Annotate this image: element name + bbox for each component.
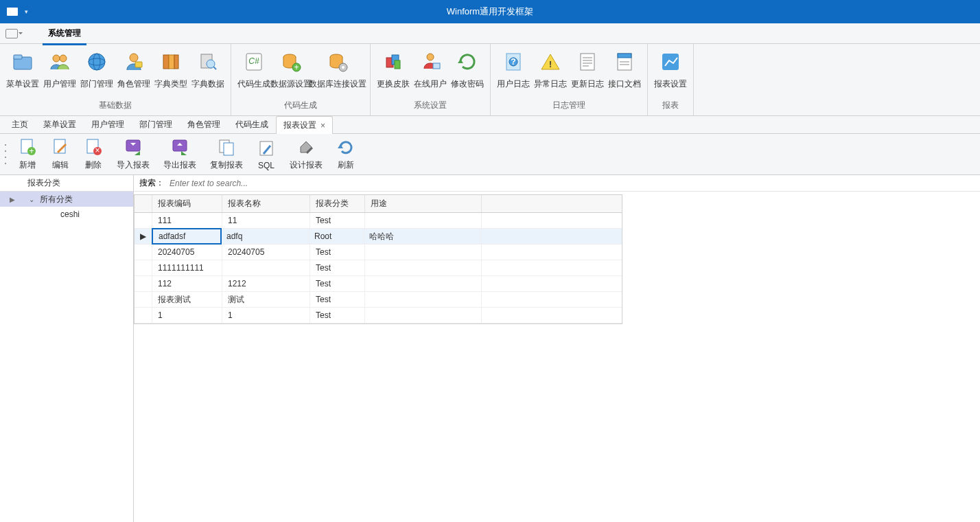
tab-report-setting[interactable]: 报表设置 × xyxy=(276,116,333,134)
tab-codegen[interactable]: 代码生成 xyxy=(228,115,276,133)
tool-export[interactable]: 导出报表 xyxy=(156,136,203,172)
ribbon-btn-update-log[interactable]: 更新日志 xyxy=(569,47,606,98)
document-tabs: 主页 菜单设置 用户管理 部门管理 角色管理 代码生成 报表设置 × xyxy=(0,116,980,134)
chart-line-icon xyxy=(660,51,681,73)
row-indicator xyxy=(135,276,152,291)
label: 更新日志 xyxy=(571,78,604,90)
cell-code: 报表测试 xyxy=(152,292,222,307)
tab-menu-setting[interactable]: 菜单设置 xyxy=(36,115,84,133)
ribbon-btn-dept-manage[interactable]: 部门管理 xyxy=(78,47,115,98)
ribbon-btn-datasource[interactable]: + 数据源设置 xyxy=(272,47,310,98)
ribbon-btn-codegen[interactable]: C# 代码生成 xyxy=(235,47,272,98)
tool-import[interactable]: 导入报表 xyxy=(110,136,156,172)
group-title: 系统设置 xyxy=(375,98,486,114)
tab-user-manage[interactable]: 用户管理 xyxy=(84,115,132,133)
ribbon-btn-error-log[interactable]: ! 异常日志 xyxy=(532,47,569,98)
tool-sql[interactable]: SQL xyxy=(250,137,283,172)
col-use[interactable]: 用途 xyxy=(365,195,482,212)
ribbon-btn-change-pwd[interactable]: 修改密码 xyxy=(449,47,486,98)
svg-marker-64 xyxy=(338,144,343,148)
svg-rect-9 xyxy=(163,55,169,69)
tool-copy[interactable]: 复制报表 xyxy=(203,136,250,172)
tool-edit[interactable]: 编辑 xyxy=(44,136,77,172)
svg-rect-25 xyxy=(395,60,400,69)
table-row[interactable]: 1121212Test xyxy=(135,276,622,292)
sidebar-header: 报表分类 xyxy=(0,175,133,192)
col-code[interactable]: 报表编码 xyxy=(152,195,222,212)
tool-design[interactable]: 设计报表 xyxy=(283,136,329,172)
ribbon-btn-user-log[interactable]: ? 用户日志 xyxy=(495,47,532,98)
ribbon-btn-user-manage[interactable]: 用户管理 xyxy=(41,47,78,98)
label: 用户管理 xyxy=(43,78,76,90)
table-row[interactable]: 11111Test xyxy=(135,213,622,229)
cell-use xyxy=(365,276,482,291)
ribbon-btn-api-doc[interactable]: 接口文档 xyxy=(606,47,643,98)
table-row[interactable]: 1111111111Test xyxy=(135,260,622,276)
svg-text:+: + xyxy=(29,146,34,156)
ribbon-btn-report-setting[interactable]: 报表设置 xyxy=(652,47,689,98)
ribbon-btn-dbconn[interactable]: 数据库连接设置 xyxy=(310,47,366,98)
col-name[interactable]: 报表名称 xyxy=(222,195,310,212)
ribbon-btn-role-manage[interactable]: 角色管理 xyxy=(115,47,152,98)
svg-marker-57 xyxy=(181,151,187,155)
cell-use xyxy=(365,292,482,307)
search-input[interactable] xyxy=(170,179,980,188)
cell-code: 112 xyxy=(152,276,222,291)
tool-refresh[interactable]: 刷新 xyxy=(329,136,362,172)
ribbon-group-codegen: C# 代码生成 + 数据源设置 数据库连接设置 代码生成 xyxy=(231,44,371,115)
cell-cat: Test xyxy=(310,260,365,275)
cell-name: 1 xyxy=(222,308,310,323)
group-title: 基础数据 xyxy=(4,98,226,114)
file-menu-icon[interactable] xyxy=(5,29,18,38)
label: 角色管理 xyxy=(117,78,150,90)
ribbon-btn-online-user[interactable]: 在线用户 xyxy=(412,47,449,98)
ribbon-btn-dict-type[interactable]: 字典类型 xyxy=(152,47,189,98)
tree-root[interactable]: ▶ ⌄ 所有分类 xyxy=(0,192,133,207)
table-row[interactable]: 11Test xyxy=(135,308,622,324)
chevron-down-icon[interactable]: ⌄ xyxy=(29,196,37,203)
table-row[interactable]: ▶adfadsfadfqRoot哈哈哈 xyxy=(135,229,622,245)
ribbon-btn-dict-data[interactable]: 字典数据 xyxy=(189,47,226,98)
svg-text:?: ? xyxy=(511,57,515,67)
tab-home[interactable]: 主页 xyxy=(4,115,36,133)
ribbon-btn-skin[interactable]: 更换皮肤 xyxy=(375,47,412,98)
svg-point-4 xyxy=(89,54,105,70)
cell-name: 1212 xyxy=(222,276,310,291)
table-row[interactable]: 报表测试测试Test xyxy=(135,292,622,308)
tree-child[interactable]: ceshi xyxy=(0,207,133,222)
book-search-icon xyxy=(197,51,219,73)
qat-dropdown-icon[interactable]: ▾ xyxy=(25,8,28,15)
ribbon-group-basic-data: 菜单设置 用户管理 部门管理 角色管理 字典类型 字典数据 xyxy=(0,44,231,115)
cell-name: adfq xyxy=(221,229,309,244)
label: 字典类型 xyxy=(154,78,187,90)
svg-point-7 xyxy=(130,54,138,62)
tab-role-manage[interactable]: 角色管理 xyxy=(180,115,228,133)
ribbon-group-report: 报表设置 报表 xyxy=(648,44,694,115)
tool-delete[interactable]: × 删除 xyxy=(77,136,110,172)
tool-add[interactable]: + 新增 xyxy=(11,136,44,172)
menu-system-manage[interactable]: 系统管理 xyxy=(43,26,86,45)
tree-indicator-icon: ▶ xyxy=(10,196,16,203)
cell-code: adfadsf xyxy=(152,228,222,245)
cell-cat: Root xyxy=(309,229,364,244)
log-info-icon: ? xyxy=(502,51,524,73)
db-gear-icon xyxy=(327,51,349,73)
label: 代码生成 xyxy=(237,78,270,90)
user-monitor-icon xyxy=(419,51,441,73)
export-icon xyxy=(170,137,189,157)
refresh-icon xyxy=(336,137,355,157)
col-category[interactable]: 报表分类 xyxy=(310,195,365,212)
ribbon-btn-menu-setting[interactable]: 菜单设置 xyxy=(4,47,41,98)
menu-bar: 系统管理 xyxy=(0,23,980,44)
close-icon[interactable]: × xyxy=(320,121,325,130)
table-row[interactable]: 2024070520240705Test xyxy=(135,245,622,260)
row-indicator xyxy=(135,292,152,307)
api-doc-icon xyxy=(614,51,635,73)
label: 更换皮肤 xyxy=(377,78,410,90)
tab-dept-manage[interactable]: 部门管理 xyxy=(132,115,180,133)
svg-text:!: ! xyxy=(549,60,552,69)
main-panel: 搜索： 报表编码 报表名称 报表分类 用途 11111Test▶adfadsfa… xyxy=(134,175,980,522)
warning-icon: ! xyxy=(539,51,561,73)
cell-code: 1 xyxy=(152,308,222,323)
group-title: 代码生成 xyxy=(235,98,366,114)
